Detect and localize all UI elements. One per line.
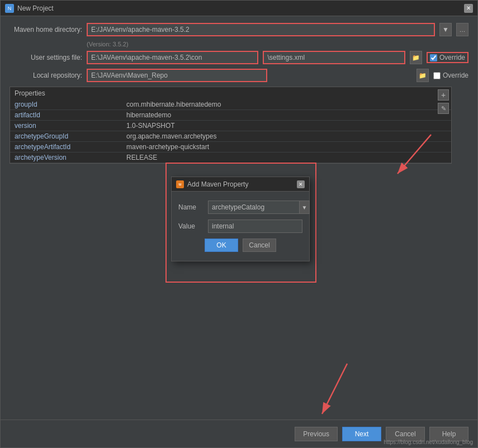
version-text: (Version: 3.5.2) bbox=[87, 41, 468, 47]
properties-section: Properties groupId com.mhibernate.hibern… bbox=[10, 87, 452, 164]
dialog-ok-button[interactable]: OK bbox=[205, 239, 238, 252]
dialog-value-label: Value bbox=[178, 222, 203, 230]
dialog-name-label: Name bbox=[178, 203, 203, 211]
dialog-value-row: Value bbox=[178, 220, 302, 233]
close-button[interactable]: ✕ bbox=[464, 4, 473, 13]
override1-label: Override bbox=[439, 54, 465, 61]
user-settings-row: User settings file: 📁 Override bbox=[10, 51, 468, 64]
table-row: artifactId hibernatedemo bbox=[10, 110, 451, 121]
prop-val-groupid: com.mhibernate.hibernatedemo bbox=[122, 99, 451, 110]
dialog-name-input[interactable] bbox=[208, 201, 300, 214]
prop-key-version: version bbox=[10, 121, 122, 131]
dialog-title: Add Maven Property bbox=[187, 180, 248, 188]
properties-table: groupId com.mhibernate.hibernatedemo art… bbox=[10, 99, 451, 163]
maven-home-label: Maven home directory: bbox=[10, 26, 82, 34]
table-row: archetypeGroupId org.apache.maven.archet… bbox=[10, 131, 451, 142]
dialog-buttons: OK Cancel bbox=[178, 239, 302, 252]
maven-home-dropdown[interactable]: ▼ bbox=[439, 23, 452, 36]
title-bar: N New Project ✕ bbox=[1, 1, 477, 16]
dialog-name-dropdown[interactable]: ▼ bbox=[300, 201, 310, 214]
maven-home-input[interactable] bbox=[87, 23, 435, 36]
table-row: archetypeVersion RELEASE bbox=[10, 152, 451, 163]
override2-check[interactable]: Override bbox=[433, 72, 468, 79]
local-repo-row: Local repository: 📁 Override bbox=[10, 69, 468, 82]
override2-label: Override bbox=[443, 72, 468, 79]
add-property-button[interactable]: + bbox=[438, 89, 449, 101]
override1-check[interactable]: Override bbox=[427, 52, 468, 63]
prop-key-archartifactid: archetypeArtifactId bbox=[10, 142, 122, 152]
prop-key-archgroupid: archetypeGroupId bbox=[10, 131, 122, 142]
edit-property-button[interactable]: ✎ bbox=[438, 103, 449, 114]
dialog-close-button[interactable]: ✕ bbox=[297, 180, 305, 188]
prop-key-artifactid: artifactId bbox=[10, 110, 122, 121]
add-maven-property-dialog: u Add Maven Property ✕ Name ▼ Value bbox=[171, 177, 310, 261]
window-icon: N bbox=[5, 4, 14, 13]
previous-button[interactable]: Previous bbox=[295, 427, 338, 441]
dialog-title-bar: u Add Maven Property ✕ bbox=[172, 177, 309, 192]
dialog-cancel-button[interactable]: Cancel bbox=[243, 239, 276, 252]
prop-val-version: 1.0-SNAPSHOT bbox=[122, 121, 451, 131]
user-settings-browse[interactable]: 📁 bbox=[410, 51, 422, 64]
dialog-content: Name ▼ Value OK Cancel bbox=[172, 192, 309, 261]
table-row: archetypeArtifactId maven-archetype-quic… bbox=[10, 142, 451, 152]
prop-val-artifactid: hibernatedemo bbox=[122, 110, 451, 121]
table-row: groupId com.mhibernate.hibernatedemo bbox=[10, 99, 451, 110]
content-area: Maven home directory: ▼ … (Version: 3.5.… bbox=[1, 16, 477, 170]
dialog-icon: u bbox=[176, 180, 184, 188]
prop-val-archgroupid: org.apache.maven.archetypes bbox=[122, 131, 451, 142]
dialog-value-input[interactable] bbox=[208, 220, 302, 233]
user-settings-input1[interactable] bbox=[87, 51, 258, 64]
maven-home-browse[interactable]: … bbox=[456, 23, 468, 36]
prop-val-archversion: RELEASE bbox=[122, 152, 451, 163]
table-row: version 1.0-SNAPSHOT bbox=[10, 121, 451, 131]
window-title: New Project bbox=[17, 4, 54, 12]
override2-checkbox[interactable] bbox=[433, 72, 441, 79]
user-settings-label: User settings file: bbox=[10, 54, 82, 61]
local-repo-input[interactable] bbox=[87, 69, 267, 82]
override1-checkbox[interactable] bbox=[430, 54, 437, 61]
local-repo-browse[interactable]: 📁 bbox=[417, 69, 429, 82]
local-repo-label: Local repository: bbox=[10, 72, 82, 79]
properties-header: Properties bbox=[10, 87, 451, 99]
user-settings-input2[interactable] bbox=[263, 51, 405, 64]
watermark: https://blog.csdn.net/xudailong_blog bbox=[384, 439, 473, 445]
main-window: N New Project ✕ Maven home directory: ▼ … bbox=[0, 0, 478, 448]
prop-val-archartifactid: maven-archetype-quickstart bbox=[122, 142, 451, 152]
maven-home-row: Maven home directory: ▼ … bbox=[10, 23, 468, 36]
prop-key-archversion: archetypeVersion bbox=[10, 152, 122, 163]
next-button[interactable]: Next bbox=[342, 427, 381, 441]
prop-key-groupid: groupId bbox=[10, 99, 122, 110]
svg-line-3 bbox=[322, 364, 347, 414]
dialog-name-row: Name ▼ bbox=[178, 201, 302, 214]
